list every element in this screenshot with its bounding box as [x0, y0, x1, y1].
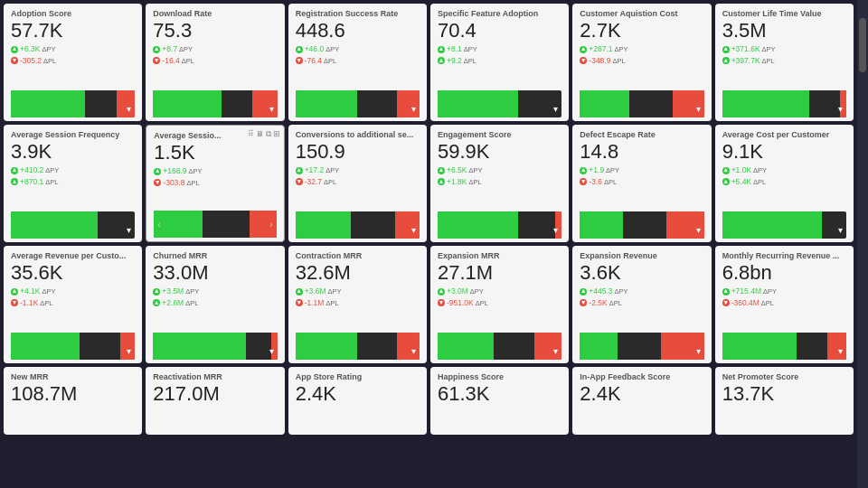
- metric-title: New MRR: [11, 372, 135, 381]
- metric-title: Specific Feature Adoption: [438, 9, 561, 18]
- chevron-down-icon[interactable]: ▾: [269, 346, 274, 356]
- metric-card-expansion-mrr[interactable]: Expansion MRR27.1M▲+3.0M ΔPY▼-951.0K ΔPL…: [430, 246, 569, 363]
- delta-row: ▼-2.5K ΔPL: [580, 297, 703, 309]
- metric-value: 3.5M: [722, 20, 846, 42]
- delta-label: ΔPY: [606, 165, 619, 175]
- metric-card-monthly-recurring-revenue[interactable]: Monthly Recurring Revenue ...6.8bn▲+715.…: [715, 246, 854, 363]
- metric-card-churned-mrr[interactable]: Churned MRR33.0M▲+3.5M ΔPY▲+2.6M ΔPL▾: [146, 246, 284, 363]
- metric-card-app-store-rating[interactable]: App Store Rating2.4K: [288, 367, 427, 435]
- metric-card-reactivation-mrr[interactable]: Reactivation MRR217.0M: [146, 367, 284, 435]
- delta-value: +3.0M: [447, 286, 468, 297]
- metric-card-engagement-score[interactable]: Engagement Score59.9K▲+6.5K ΔPY▲+1.8K ΔP…: [430, 125, 569, 242]
- metric-deltas: ▲+3.6M ΔPY▼-1.1M ΔPL: [296, 286, 420, 309]
- chevron-down-icon[interactable]: ▾: [553, 225, 558, 235]
- positive-indicator: ▲: [296, 167, 303, 174]
- positive-indicator: ▲: [153, 288, 160, 296]
- metric-title: Average Revenue per Custo...: [11, 251, 135, 260]
- positive-indicator: ▲: [438, 178, 445, 185]
- metric-card-download-rate[interactable]: Download Rate75.3▲+8.7 ΔPY▼-16.4 ΔPL▾: [146, 4, 284, 121]
- metric-card-customer-lifetime-value[interactable]: Customer Life Time Value3.5M▲+371.6K ΔPY…: [715, 4, 854, 121]
- spark-bar-green: [438, 90, 518, 117]
- monitor-icon[interactable]: 🖥: [256, 129, 264, 139]
- delta-label: ΔPY: [468, 165, 482, 175]
- delta-label: ΔPL: [324, 177, 336, 187]
- sparkline: ▾: [11, 90, 135, 117]
- chevron-down-icon[interactable]: ▾: [127, 104, 131, 114]
- metric-card-in-app-feedback-score[interactable]: In-App Feedback Score2.4K: [572, 367, 711, 435]
- metric-card-conversions-additional[interactable]: Conversions to additional se...150.9▲+17…: [288, 125, 427, 242]
- metric-card-happiness-score[interactable]: Happiness Score61.3K: [430, 367, 569, 435]
- dots-icon[interactable]: ⠿: [248, 129, 254, 139]
- metric-deltas: ▲+267.1 ΔPY▼-348.9 ΔPL: [580, 43, 703, 67]
- delta-value: +6.3K: [20, 43, 40, 55]
- delta-value: +3.5M: [162, 286, 184, 297]
- metric-value: 61.3K: [438, 383, 561, 405]
- positive-indicator: ▲: [296, 288, 303, 296]
- chevron-down-icon[interactable]: ▾: [553, 104, 558, 114]
- delta-row: ▼-76.4 ΔPL: [296, 55, 420, 67]
- metric-card-contraction-mrr[interactable]: Contraction MRR32.6M▲+3.6M ΔPY▼-1.1M ΔPL…: [288, 246, 427, 363]
- delta-label: ΔPL: [186, 178, 199, 188]
- metric-title: Registration Success Rate: [296, 9, 420, 18]
- metric-value: 32.6M: [296, 262, 420, 284]
- delta-row: ▲+46.0 ΔPY: [296, 43, 420, 55]
- delta-label: ΔPY: [185, 286, 199, 296]
- metric-card-registration-success-rate[interactable]: Registration Success Rate448.6▲+46.0 ΔPY…: [288, 4, 427, 121]
- chevron-down-icon[interactable]: ▾: [696, 225, 701, 235]
- chevron-down-icon[interactable]: ▾: [269, 104, 274, 114]
- delta-row: ▼-3.6 ΔPL: [580, 176, 703, 188]
- delta-label: ΔPL: [185, 298, 198, 308]
- spark-bar-green: [580, 211, 623, 239]
- sparkline: ▾: [580, 211, 703, 239]
- chevron-down-icon[interactable]: ▾: [553, 346, 558, 356]
- metric-card-specific-feature-adoption[interactable]: Specific Feature Adoption70.4▲+8.1 ΔPY▲+…: [430, 4, 569, 121]
- delta-row: ▼-348.9 ΔPL: [580, 55, 703, 67]
- delta-value: -1.1M: [305, 297, 325, 309]
- chevron-down-icon[interactable]: ▾: [411, 346, 416, 356]
- metric-card-average-session-frequency[interactable]: Average Session Frequency3.9K▲+410.2 ΔPY…: [4, 125, 142, 242]
- chevron-down-icon[interactable]: ▾: [696, 104, 701, 114]
- positive-indicator: ▲: [438, 46, 445, 53]
- metric-deltas: ▲+8.7 ΔPY▼-16.4 ΔPL: [153, 43, 277, 67]
- spark-bar-green: [11, 90, 85, 117]
- metric-card-average-session-2[interactable]: ⠿ 🖥 ⧉ ⊞ Average Sessio...1.5K▲+166.9 ΔPY…: [146, 125, 284, 242]
- delta-row: ▲+410.2 ΔPY: [11, 164, 135, 176]
- delta-value: -303.8: [163, 177, 184, 189]
- delta-row: ▼-303.8 ΔPL: [154, 177, 276, 189]
- scrollbar[interactable]: [857, 0, 868, 488]
- metric-card-defect-escape-rate[interactable]: Defect Escape Rate14.8▲+1.9 ΔPY▼-3.6 ΔPL…: [572, 125, 711, 242]
- chevron-down-icon[interactable]: ▾: [838, 104, 843, 114]
- chevron-down-icon[interactable]: ▾: [838, 225, 843, 235]
- chevron-down-icon[interactable]: ▾: [838, 346, 843, 356]
- chevron-down-icon[interactable]: ▾: [696, 346, 701, 356]
- delta-value: -3.6: [589, 176, 602, 188]
- metric-deltas: ▲+17.2 ΔPY▼-32.7 ΔPL: [296, 164, 420, 188]
- chevron-right-icon[interactable]: ›: [269, 220, 272, 230]
- chevron-down-icon[interactable]: ▾: [127, 346, 131, 356]
- chevron-left-icon[interactable]: ‹: [157, 220, 160, 230]
- spark-bar-green: [580, 90, 629, 117]
- chevron-down-icon[interactable]: ▾: [411, 225, 416, 235]
- positive-indicator: ▲: [438, 288, 445, 296]
- metric-value: 13.7K: [722, 383, 846, 405]
- metric-card-expansion-revenue[interactable]: Expansion Revenue3.6K▲+445.3 ΔPY▼-2.5K Δ…: [572, 246, 711, 363]
- delta-value: +445.3: [589, 286, 612, 297]
- metric-card-customer-acquisition-cost[interactable]: Customer Aquistion Cost2.7K▲+267.1 ΔPY▼-…: [572, 4, 711, 121]
- spark-bar-green: [722, 211, 822, 239]
- metric-card-average-revenue-per-customer[interactable]: Average Revenue per Custo...35.6K▲+4.1K …: [4, 246, 142, 363]
- chevron-down-icon[interactable]: ▾: [127, 225, 131, 235]
- metric-card-net-promoter-score[interactable]: Net Promoter Score13.7K: [715, 367, 854, 435]
- delta-value: -2.5K: [589, 297, 607, 309]
- expand-icon[interactable]: ⊞: [273, 129, 280, 139]
- dashboard-main[interactable]: Adoption Score57.7K▲+6.3K ΔPY▼-305.2 ΔPL…: [0, 0, 857, 488]
- metric-card-average-cost-per-customer[interactable]: Average Cost per Customer9.1K▲+1.0K ΔPY▲…: [715, 125, 854, 242]
- chevron-down-icon[interactable]: ▾: [411, 104, 416, 114]
- delta-label: ΔPY: [470, 286, 484, 296]
- metric-card-adoption-score[interactable]: Adoption Score57.7K▲+6.3K ΔPY▼-305.2 ΔPL…: [4, 4, 142, 121]
- metric-value: 9.1K: [722, 141, 846, 163]
- scrollbar-thumb[interactable]: [859, 18, 866, 72]
- metric-card-new-mrr[interactable]: New MRR108.7M: [4, 367, 142, 435]
- delta-value: +6.5K: [447, 164, 467, 176]
- copy-icon[interactable]: ⧉: [266, 129, 271, 139]
- sparkline: ▾: [438, 90, 561, 117]
